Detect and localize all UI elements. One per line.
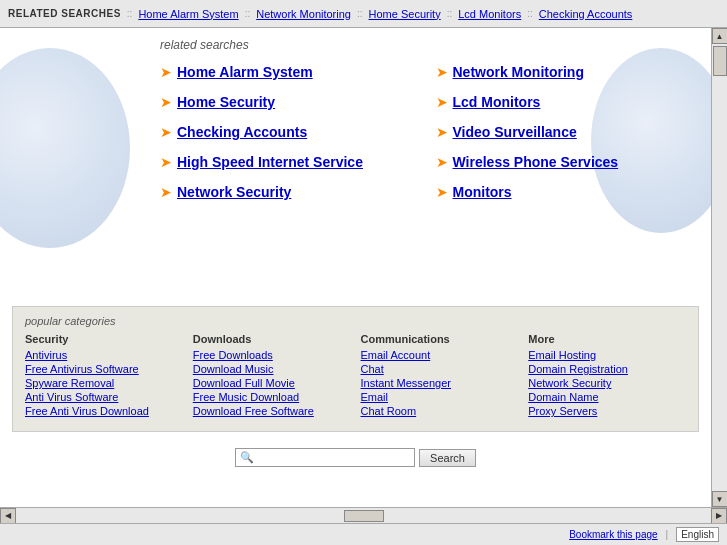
category-col-0: SecurityAntivirusFree Antivirus Software… xyxy=(25,333,183,419)
search-link-lcd-monitors[interactable]: Lcd Monitors xyxy=(453,94,541,110)
related-searches-title: related searches xyxy=(160,38,691,52)
search-link-item-8: ➤ Network Security xyxy=(160,184,416,200)
top-link-2[interactable]: Home Security xyxy=(369,8,441,20)
category-link-0-1[interactable]: Free Antivirus Software xyxy=(25,363,183,375)
category-link-2-1[interactable]: Chat xyxy=(361,363,519,375)
category-link-3-2[interactable]: Network Security xyxy=(528,377,686,389)
category-link-0-2[interactable]: Spyware Removal xyxy=(25,377,183,389)
bottom-scrollbar: ◀ ▶ xyxy=(0,507,727,523)
category-heading-0: Security xyxy=(25,333,183,345)
top-link-4[interactable]: Checking Accounts xyxy=(539,8,633,20)
arrow-icon-0: ➤ xyxy=(160,64,172,80)
category-heading-3: More xyxy=(528,333,686,345)
arrow-icon-2: ➤ xyxy=(160,94,172,110)
search-input-wrapper: 🔍 xyxy=(235,448,415,467)
category-link-0-4[interactable]: Free Anti Virus Download xyxy=(25,405,183,417)
arrow-icon-1: ➤ xyxy=(436,64,448,80)
scroll-track-h xyxy=(16,508,711,523)
search-link-high-speed[interactable]: High Speed Internet Service xyxy=(177,154,363,170)
popular-section: popular categories SecurityAntivirusFree… xyxy=(12,306,699,432)
category-link-1-0[interactable]: Free Downloads xyxy=(193,349,351,361)
content-area: related searches ➤ Home Alarm System ➤ N… xyxy=(0,28,711,507)
related-searches-label: RELATED SEARCHES xyxy=(8,8,121,19)
language-selector[interactable]: English xyxy=(676,527,719,542)
category-link-3-0[interactable]: Email Hosting xyxy=(528,349,686,361)
scroll-left-button[interactable]: ◀ xyxy=(0,508,16,524)
search-link-item-1: ➤ Network Monitoring xyxy=(436,64,692,80)
search-link-item-5: ➤ Video Surveillance xyxy=(436,124,692,140)
arrow-icon-6: ➤ xyxy=(160,154,172,170)
arrow-icon-3: ➤ xyxy=(436,94,448,110)
main-wrapper: related searches ➤ Home Alarm System ➤ N… xyxy=(0,28,727,507)
category-link-3-4[interactable]: Proxy Servers xyxy=(528,405,686,417)
categories-grid: SecurityAntivirusFree Antivirus Software… xyxy=(25,333,686,419)
arrow-icon-5: ➤ xyxy=(436,124,448,140)
top-link-1[interactable]: Network Monitoring xyxy=(256,8,351,20)
scroll-up-button[interactable]: ▲ xyxy=(712,28,728,44)
search-button[interactable]: Search xyxy=(419,449,476,467)
scroll-thumb[interactable] xyxy=(713,46,727,76)
category-link-3-1[interactable]: Domain Registration xyxy=(528,363,686,375)
scroll-thumb-h[interactable] xyxy=(344,510,384,522)
scroll-right-button[interactable]: ▶ xyxy=(711,508,727,524)
separator-5: :: xyxy=(527,8,533,19)
bottom-separator: | xyxy=(666,529,669,540)
arrow-icon-4: ➤ xyxy=(160,124,172,140)
category-link-2-2[interactable]: Instant Messenger xyxy=(361,377,519,389)
separator-2: :: xyxy=(245,8,251,19)
top-link-3[interactable]: Lcd Monitors xyxy=(458,8,521,20)
decorative-circle-left xyxy=(0,48,130,248)
search-link-item-9: ➤ Monitors xyxy=(436,184,692,200)
search-bar: 🔍 Search xyxy=(0,440,711,473)
separator-1: :: xyxy=(127,8,133,19)
arrow-icon-9: ➤ xyxy=(436,184,448,200)
search-link-wireless-phone[interactable]: Wireless Phone Services xyxy=(453,154,619,170)
arrow-icon-8: ➤ xyxy=(160,184,172,200)
search-link-item-6: ➤ High Speed Internet Service xyxy=(160,154,416,170)
category-link-2-3[interactable]: Email xyxy=(361,391,519,403)
bottom-bar: Bookmark this page | English xyxy=(0,523,727,545)
search-link-item-7: ➤ Wireless Phone Services xyxy=(436,154,692,170)
search-link-item-3: ➤ Lcd Monitors xyxy=(436,94,692,110)
category-link-1-2[interactable]: Download Full Movie xyxy=(193,377,351,389)
category-col-1: DownloadsFree DownloadsDownload MusicDow… xyxy=(193,333,351,419)
right-scrollbar: ▲ ▼ xyxy=(711,28,727,507)
category-link-2-0[interactable]: Email Account xyxy=(361,349,519,361)
search-link-item-0: ➤ Home Alarm System xyxy=(160,64,416,80)
scroll-track xyxy=(712,44,727,491)
search-input[interactable] xyxy=(256,452,396,464)
top-bar: RELATED SEARCHES :: Home Alarm System ::… xyxy=(0,0,727,28)
search-glass-icon: 🔍 xyxy=(240,451,254,464)
category-link-3-3[interactable]: Domain Name xyxy=(528,391,686,403)
separator-4: :: xyxy=(447,8,453,19)
category-heading-1: Downloads xyxy=(193,333,351,345)
category-link-2-4[interactable]: Chat Room xyxy=(361,405,519,417)
search-link-item-4: ➤ Checking Accounts xyxy=(160,124,416,140)
search-link-video-surveillance[interactable]: Video Surveillance xyxy=(453,124,577,140)
search-link-checking-accounts[interactable]: Checking Accounts xyxy=(177,124,307,140)
category-link-1-4[interactable]: Download Free Software xyxy=(193,405,351,417)
category-link-1-1[interactable]: Download Music xyxy=(193,363,351,375)
category-link-1-3[interactable]: Free Music Download xyxy=(193,391,351,403)
category-col-3: MoreEmail HostingDomain RegistrationNetw… xyxy=(528,333,686,419)
category-heading-2: Communications xyxy=(361,333,519,345)
search-link-home-alarm[interactable]: Home Alarm System xyxy=(177,64,313,80)
search-link-network-security[interactable]: Network Security xyxy=(177,184,291,200)
top-link-0[interactable]: Home Alarm System xyxy=(138,8,238,20)
search-link-network-monitoring[interactable]: Network Monitoring xyxy=(453,64,584,80)
category-col-2: CommunicationsEmail AccountChatInstant M… xyxy=(361,333,519,419)
category-link-0-0[interactable]: Antivirus xyxy=(25,349,183,361)
scroll-down-button[interactable]: ▼ xyxy=(712,491,728,507)
search-link-home-security[interactable]: Home Security xyxy=(177,94,275,110)
search-link-item-2: ➤ Home Security xyxy=(160,94,416,110)
arrow-icon-7: ➤ xyxy=(436,154,448,170)
search-link-monitors[interactable]: Monitors xyxy=(453,184,512,200)
bookmark-link[interactable]: Bookmark this page xyxy=(569,529,657,540)
search-links-grid: ➤ Home Alarm System ➤ Network Monitoring… xyxy=(160,64,691,200)
search-section: related searches ➤ Home Alarm System ➤ N… xyxy=(0,28,711,298)
popular-title: popular categories xyxy=(25,315,686,327)
separator-3: :: xyxy=(357,8,363,19)
category-link-0-3[interactable]: Anti Virus Software xyxy=(25,391,183,403)
